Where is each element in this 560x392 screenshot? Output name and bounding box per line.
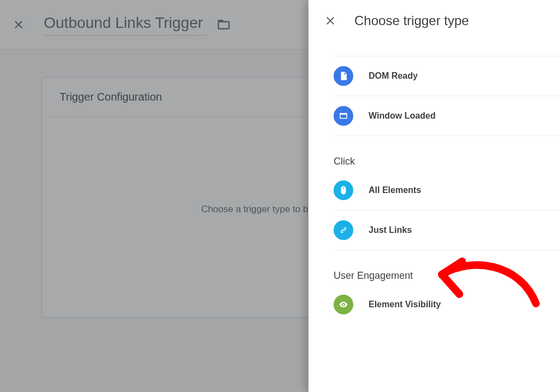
trigger-option-label: Window Loaded bbox=[369, 111, 436, 121]
trigger-option-dom-ready[interactable]: DOM Ready bbox=[334, 56, 560, 96]
group-heading-click: Click bbox=[334, 156, 560, 167]
trigger-option-window-loaded[interactable]: Window Loaded bbox=[334, 96, 560, 136]
trigger-option-label: Just Links bbox=[369, 225, 412, 235]
panel-scroll[interactable]: DOM Ready Window Loaded Click All Elemen… bbox=[308, 39, 560, 392]
close-icon[interactable] bbox=[323, 13, 338, 28]
link-icon bbox=[334, 220, 353, 240]
trigger-option-label: DOM Ready bbox=[369, 71, 418, 81]
trigger-type-panel: Choose trigger type DOM Ready Window Loa… bbox=[308, 0, 560, 392]
group-heading-engagement: User Engagement bbox=[334, 270, 560, 282]
file-icon bbox=[334, 66, 353, 86]
trigger-option-all-elements[interactable]: All Elements bbox=[334, 171, 560, 210]
eye-icon bbox=[334, 295, 353, 314]
panel-header: Choose trigger type bbox=[308, 0, 560, 39]
trigger-option-partial[interactable] bbox=[334, 45, 560, 56]
mouse-icon bbox=[334, 180, 353, 200]
panel-title: Choose trigger type bbox=[354, 13, 469, 28]
trigger-option-label: Element Visibility bbox=[369, 300, 441, 309]
trigger-option-element-visibility[interactable]: Element Visibility bbox=[334, 285, 560, 324]
window-icon bbox=[334, 106, 353, 126]
trigger-option-just-links[interactable]: Just Links bbox=[334, 210, 560, 250]
trigger-option-label: All Elements bbox=[369, 185, 421, 195]
